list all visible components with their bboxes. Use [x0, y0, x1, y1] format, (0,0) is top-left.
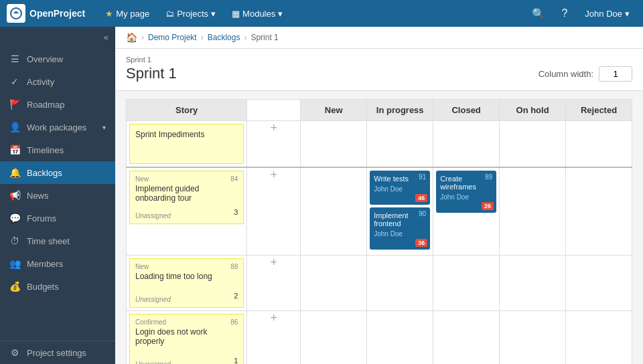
- backlog-wrapper: Story New In progress Closed On hold Rej…: [115, 91, 643, 364]
- onhold-cell-86: [500, 311, 566, 365]
- sidebar-item-work-packages[interactable]: 👤 Work packages ▾: [0, 116, 115, 139]
- col-plus-placeholder: [247, 100, 301, 121]
- story-cell-88: New 88 Loading time too long Unassigned …: [127, 256, 247, 311]
- col-header-closed: Closed: [433, 100, 500, 121]
- sidebar-item-project-settings[interactable]: ⚙ Project settings: [0, 341, 115, 364]
- page-title: Sprint 1: [126, 65, 177, 82]
- project-settings-icon: ⚙: [9, 347, 20, 358]
- col-header-new: New: [301, 100, 367, 121]
- card-assignee-88: Unassigned: [135, 296, 171, 303]
- col-header-on-hold: On hold: [500, 100, 566, 121]
- time-sheet-icon: ⏱: [9, 236, 20, 246]
- column-width-control: Column width:: [539, 66, 632, 82]
- plus-impediments[interactable]: +: [247, 121, 301, 168]
- closed-cell-84: 89 Create wireframes John Doe 26: [433, 167, 500, 256]
- breadcrumb-project[interactable]: Demo Projekt: [148, 33, 197, 42]
- sidebar-item-news[interactable]: 📢 News: [0, 184, 115, 207]
- story-card-84[interactable]: New 84 Implement guided onboarding tour …: [129, 171, 244, 224]
- task-card-91[interactable]: 91 Write tests John Doe 46: [370, 171, 430, 205]
- activity-icon: ✓: [9, 76, 20, 87]
- impediments-title: Sprint Impediments: [135, 130, 238, 139]
- overview-icon: ☰: [9, 54, 20, 64]
- help-icon[interactable]: ?: [556, 5, 573, 22]
- story-card-88[interactable]: New 88 Loading time too long Unassigned …: [129, 258, 244, 308]
- rejected-cell-86: [566, 311, 632, 365]
- sidebar-item-forums[interactable]: 💬 Forums: [0, 207, 115, 230]
- search-icon[interactable]: 🔍: [526, 5, 551, 23]
- task-card-90[interactable]: 90 Implement frontend John Doe 36: [370, 207, 430, 250]
- breadcrumb-section[interactable]: Backlogs: [208, 33, 240, 42]
- main-content: 🏠 › Demo Projekt › Backlogs › Sprint 1 S…: [115, 27, 643, 364]
- closed-cell-88: [433, 256, 500, 311]
- closed-cell-86: [433, 311, 500, 365]
- sidebar-item-roadmap[interactable]: 🚩 Roadmap: [0, 93, 115, 116]
- projects-dropdown-icon: ▾: [211, 9, 216, 19]
- sidebar-item-backlogs[interactable]: 🔔 Backlogs: [0, 161, 115, 184]
- modules-dropdown-icon: ▾: [278, 9, 283, 19]
- col-header-in-progress: In progress: [367, 100, 433, 121]
- top-navigation: OpenProject ★ My page 🗂 Projects ▾ ▦ Mod…: [0, 0, 643, 27]
- rejected-cell-84: [566, 167, 632, 256]
- plus-84[interactable]: +: [247, 167, 301, 256]
- inprogress-cell-88: [367, 256, 433, 311]
- new-cell-impediments: [301, 121, 367, 168]
- card-id-84: 84: [230, 175, 238, 183]
- page-subtitle: Sprint 1: [126, 56, 632, 64]
- card-tag-86: Confirmed: [135, 318, 166, 326]
- column-width-input[interactable]: [599, 66, 632, 82]
- inprogress-cell-86: [367, 311, 433, 365]
- sep2: ›: [201, 33, 204, 42]
- table-row-impediments: Sprint Impediments +: [127, 121, 632, 168]
- task-assignee-89: John Doe: [440, 193, 492, 201]
- budgets-icon: 💰: [9, 281, 20, 292]
- card-title-86: Login does not work properly: [135, 327, 238, 346]
- card-title-84: Implement guided onboarding tour: [135, 184, 238, 203]
- work-packages-icon: 👤: [9, 122, 20, 132]
- sidebar-item-overview[interactable]: ☰ Overview: [0, 48, 115, 70]
- onhold-cell-84: [500, 167, 566, 256]
- app-name: OpenProject: [29, 8, 85, 19]
- card-id-86: 86: [230, 318, 238, 326]
- page-header: Sprint 1 Sprint 1 Column width:: [115, 49, 643, 91]
- members-icon: 👥: [9, 258, 20, 269]
- story-card-86[interactable]: Confirmed 86 Login does not work properl…: [129, 314, 244, 364]
- sidebar-item-timelines[interactable]: 📅 Timelines: [0, 139, 115, 161]
- projects-icon: 🗂: [165, 9, 174, 19]
- table-row-story-84: New 84 Implement guided onboarding tour …: [127, 167, 632, 256]
- task-card-89[interactable]: 89 Create wireframes John Doe 26: [436, 171, 496, 213]
- breadcrumb-home-icon[interactable]: 🏠: [126, 32, 137, 43]
- sidebar-item-time-sheet[interactable]: ⏱ Time sheet: [0, 230, 115, 252]
- card-points-86: 1: [234, 357, 238, 364]
- task-badge-89: 26: [482, 202, 494, 210]
- sidebar-item-members[interactable]: 👥 Members: [0, 252, 115, 275]
- story-card-impediments[interactable]: Sprint Impediments: [129, 124, 244, 164]
- sidebar: « ☰ Overview ✓ Activity 🚩 Roadmap 👤 Work…: [0, 27, 115, 364]
- sidebar-item-activity[interactable]: ✓ Activity: [0, 70, 115, 93]
- work-packages-arrow: ▾: [102, 124, 106, 131]
- forums-icon: 💬: [9, 213, 20, 223]
- new-cell-88: [301, 256, 367, 311]
- plus-86[interactable]: +: [247, 311, 301, 365]
- my-page-nav[interactable]: ★ My page: [98, 5, 156, 23]
- table-row-story-88: New 88 Loading time too long Unassigned …: [127, 256, 632, 311]
- card-id-88: 88: [230, 263, 238, 270]
- app-logo[interactable]: OpenProject: [7, 4, 85, 23]
- backlog-table: Story New In progress Closed On hold Rej…: [126, 99, 632, 364]
- rejected-cell-88: [566, 256, 632, 311]
- new-cell-84: [301, 167, 367, 256]
- top-nav-items: ★ My page 🗂 Projects ▾ ▦ Modules ▾: [98, 5, 526, 23]
- sidebar-collapse-button[interactable]: «: [0, 27, 115, 48]
- table-row-story-86: Confirmed 86 Login does not work properl…: [127, 311, 632, 365]
- plus-88[interactable]: +: [247, 256, 301, 311]
- card-assignee-86: Unassigned: [135, 361, 171, 364]
- modules-nav[interactable]: ▦ Modules ▾: [225, 5, 289, 23]
- projects-nav[interactable]: 🗂 Projects ▾: [159, 5, 222, 23]
- breadcrumb-current: Sprint 1: [251, 33, 278, 42]
- sidebar-item-budgets[interactable]: 💰 Budgets: [0, 275, 115, 298]
- task-id-89: 89: [485, 173, 492, 181]
- user-menu[interactable]: John Doe ▾: [578, 5, 636, 23]
- card-assignee-84: Unassigned: [135, 212, 171, 219]
- inprogress-cell-impediments: [367, 121, 433, 168]
- sep1: ›: [141, 33, 144, 42]
- task-badge-90: 36: [415, 239, 427, 247]
